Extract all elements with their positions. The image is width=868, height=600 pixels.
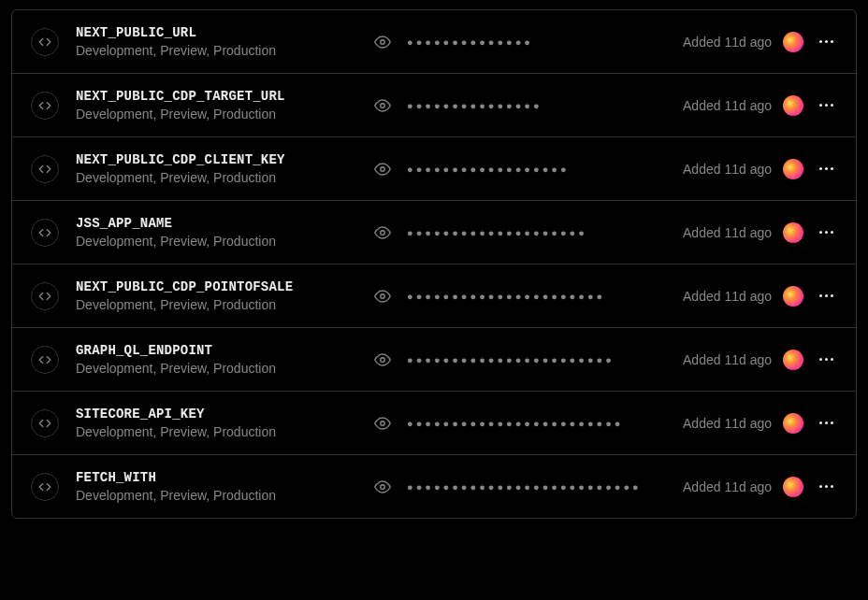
svg-point-1 [381,103,385,107]
var-value: ●●●●●●●●●●●●●●●●●● [373,160,666,179]
added-timestamp: Added 11d ago [683,416,772,431]
svg-point-3 [381,230,385,235]
more-icon [819,421,833,424]
svg-point-6 [381,421,385,425]
code-icon [31,28,59,56]
more-button[interactable] [815,31,837,53]
more-icon [819,294,833,297]
svg-point-5 [381,357,385,362]
reveal-button[interactable] [373,350,392,369]
code-icon [31,473,59,501]
var-value: ●●●●●●●●●●●●●● [373,33,666,51]
env-var-row: JSS_APP_NAME Development, Preview, Produ… [12,201,856,264]
added-timestamp: Added 11d ago [683,162,772,177]
more-icon [819,167,833,170]
masked-value: ●●●●●●●●●●●●●●●●●●●● [407,227,587,238]
added-timestamp: Added 11d ago [683,98,772,113]
var-name: JSS_APP_NAME [76,216,356,231]
svg-point-2 [381,166,385,171]
var-meta: Added 11d ago [683,285,837,307]
added-timestamp: Added 11d ago [683,225,772,240]
avatar [783,477,803,497]
var-info: FETCH_WITH Development, Preview, Product… [76,470,356,503]
reveal-button[interactable] [373,33,392,51]
env-var-row: NEXT_PUBLIC_URL Development, Preview, Pr… [12,10,856,74]
masked-value: ●●●●●●●●●●●●●● [407,36,533,48]
var-info: SITECORE_API_KEY Development, Preview, P… [76,407,356,439]
avatar [783,286,803,307]
more-button[interactable] [815,349,837,371]
added-timestamp: Added 11d ago [683,479,772,494]
var-environments: Development, Preview, Production [76,488,356,503]
var-environments: Development, Preview, Production [76,424,356,439]
more-icon [819,485,833,488]
var-info: NEXT_PUBLIC_CDP_POINTOFSALE Development,… [76,279,356,312]
more-button[interactable] [815,158,837,180]
var-info: NEXT_PUBLIC_CDP_CLIENT_KEY Development, … [76,152,356,185]
env-var-row: SITECORE_API_KEY Development, Preview, P… [12,392,856,455]
reveal-button[interactable] [373,223,392,242]
code-icon [31,92,59,120]
masked-value: ●●●●●●●●●●●●●●●●●●●●●● [407,291,605,302]
var-value: ●●●●●●●●●●●●●●●●●●●● [373,223,666,242]
reveal-button[interactable] [373,478,392,496]
more-button[interactable] [815,412,837,435]
var-name: NEXT_PUBLIC_URL [76,25,356,40]
added-timestamp: Added 11d ago [683,289,772,304]
var-info: GRAPH_QL_ENDPOINT Development, Preview, … [76,343,356,376]
masked-value: ●●●●●●●●●●●●●●●●●●●●●●●● [407,418,623,429]
var-value: ●●●●●●●●●●●●●●●●●●●●●●●●●● [373,478,666,496]
env-var-row: FETCH_WITH Development, Preview, Product… [12,455,856,518]
var-meta: Added 11d ago [683,476,837,498]
code-icon [31,409,59,437]
var-name: SITECORE_API_KEY [76,407,356,421]
env-var-row: NEXT_PUBLIC_CDP_TARGET_URL Development, … [12,74,856,137]
code-icon [31,346,59,374]
var-info: NEXT_PUBLIC_CDP_TARGET_URL Development, … [76,89,356,121]
var-meta: Added 11d ago [683,158,837,180]
var-value: ●●●●●●●●●●●●●●●●●●●●●● [373,287,666,306]
more-button[interactable] [815,476,837,498]
more-button[interactable] [815,285,837,307]
more-icon [819,231,833,234]
var-environments: Development, Preview, Production [76,297,356,312]
var-value: ●●●●●●●●●●●●●●●●●●●●●●● [373,350,666,369]
var-meta: Added 11d ago [683,94,837,117]
avatar [783,95,803,116]
var-name: FETCH_WITH [76,470,356,485]
avatar [783,159,803,179]
reveal-button[interactable] [373,287,392,306]
more-icon [819,358,833,361]
avatar [783,413,803,434]
env-var-row: NEXT_PUBLIC_CDP_POINTOFSALE Development,… [12,264,856,328]
avatar [783,350,803,370]
reveal-button[interactable] [373,160,392,179]
var-environments: Development, Preview, Production [76,234,356,249]
var-meta: Added 11d ago [683,221,837,244]
masked-value: ●●●●●●●●●●●●●●●●●●●●●●● [407,354,615,365]
code-icon [31,155,59,183]
added-timestamp: Added 11d ago [683,352,772,367]
more-button[interactable] [815,94,837,117]
more-icon [819,40,833,43]
more-icon [819,104,833,107]
env-var-list: NEXT_PUBLIC_URL Development, Preview, Pr… [11,9,857,519]
svg-point-0 [381,39,385,44]
var-meta: Added 11d ago [683,412,837,435]
masked-value: ●●●●●●●●●●●●●●● [407,100,542,111]
reveal-button[interactable] [373,414,392,433]
var-environments: Development, Preview, Production [76,107,356,121]
masked-value: ●●●●●●●●●●●●●●●●●●●●●●●●●● [407,481,642,493]
env-var-row: GRAPH_QL_ENDPOINT Development, Preview, … [12,328,856,392]
avatar [783,222,803,243]
added-timestamp: Added 11d ago [683,35,772,50]
svg-point-7 [381,484,385,489]
var-value: ●●●●●●●●●●●●●●● [373,96,666,115]
reveal-button[interactable] [373,96,392,115]
var-environments: Development, Preview, Production [76,43,356,58]
var-name: GRAPH_QL_ENDPOINT [76,343,356,358]
var-info: JSS_APP_NAME Development, Preview, Produ… [76,216,356,249]
more-button[interactable] [815,221,837,244]
var-environments: Development, Preview, Production [76,170,356,185]
var-name: NEXT_PUBLIC_CDP_TARGET_URL [76,89,356,104]
